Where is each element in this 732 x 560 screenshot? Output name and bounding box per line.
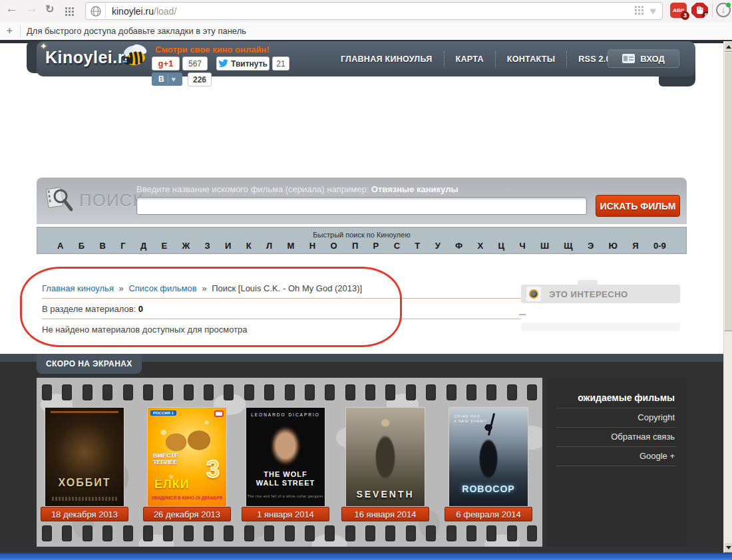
- nav-item-contacts[interactable]: КОНТАКТЫ: [495, 51, 566, 67]
- reader-grid-icon[interactable]: [635, 5, 643, 17]
- reload-button[interactable]: ↻: [45, 3, 54, 15]
- search-input[interactable]: [136, 197, 587, 215]
- scroll-down-button[interactable]: [724, 542, 732, 553]
- alphabet-letter[interactable]: А: [57, 241, 63, 251]
- footer-link-feedback[interactable]: Обратная связь: [556, 428, 676, 447]
- footer: СКОРО НА ЭКРАНАХ ХОББИТ РОССИЯ 1 ВМЕСТЕ …: [0, 354, 723, 553]
- site-tagline: Смотри свое кино онлайн!: [155, 45, 270, 55]
- poster-seventh-son[interactable]: SEVENTH: [346, 408, 425, 506]
- alphabet-letter[interactable]: У: [435, 241, 441, 251]
- alphabet-letter[interactable]: Ц: [498, 241, 505, 251]
- search-panel-label: ПОИСК: [79, 190, 144, 211]
- nav-item-home[interactable]: ГЛАВНАЯ КИНОУЛЬЯ: [329, 51, 444, 67]
- alphabet-letter[interactable]: Т: [415, 241, 420, 251]
- search-submit-button[interactable]: ИСКАТЬ ФИЛЬМ: [596, 195, 680, 217]
- site-identity-icon[interactable]: [86, 3, 106, 19]
- bookmark-heart-icon[interactable]: ♥: [650, 5, 657, 17]
- scrollbar-thumb[interactable]: [724, 52, 732, 331]
- add-bookmark-button[interactable]: +: [7, 25, 13, 36]
- alphabet-letter[interactable]: Э: [588, 241, 594, 251]
- alphabet-letter[interactable]: Н: [309, 241, 315, 251]
- alphabet-letter[interactable]: 0-9: [653, 241, 666, 251]
- apps-grid-icon[interactable]: [65, 5, 75, 20]
- poster-robocop[interactable]: CRIME HAS A NEW ENEMY ROBOCOP: [449, 408, 528, 506]
- download-icon[interactable]: ↓: [716, 3, 731, 17]
- alphabet-letter[interactable]: К: [246, 241, 252, 251]
- download-status-dot: [726, 3, 731, 7]
- alphabet-letter[interactable]: И: [225, 241, 231, 251]
- alphabet-letter[interactable]: Е: [161, 241, 167, 251]
- materials-count-line: В разделе материалов: 0: [42, 304, 143, 314]
- coming-soon-tab: СКОРО НА ЭКРАНАХ: [37, 354, 142, 374]
- sprocket-hole: [305, 384, 315, 400]
- poster-wolf-of-wall-street[interactable]: LEONARDO DICAPRIO THE WOLF WALL STREET T…: [246, 408, 325, 506]
- release-date: 6 февраля 2014: [445, 507, 532, 521]
- breadcrumb-films-link[interactable]: Список фильмов: [128, 283, 196, 293]
- adblock-extension-icon[interactable]: ABP 3: [670, 3, 687, 18]
- sprocket-hole: [486, 525, 496, 541]
- alphabet-letter[interactable]: В: [99, 241, 105, 251]
- bookmarks-bar: + Для быстрого доступа добавьте закладки…: [0, 22, 732, 40]
- forward-button[interactable]: →: [25, 1, 38, 16]
- scroll-up-button[interactable]: [724, 41, 732, 52]
- alphabet-letter[interactable]: Щ: [564, 241, 572, 251]
- poster-title: ROBOCOP: [449, 484, 528, 494]
- alphabet-letter[interactable]: М: [287, 241, 295, 251]
- alphabet-letter[interactable]: Ф: [455, 241, 462, 251]
- alphabet-letter[interactable]: С: [394, 241, 400, 251]
- footer-link-google-plus[interactable]: Google +: [556, 447, 676, 466]
- alphabet-letter[interactable]: П: [352, 241, 358, 251]
- sprocket-hole: [466, 525, 476, 541]
- login-button[interactable]: ВХОД: [608, 49, 679, 68]
- sprocket-hole: [365, 525, 375, 541]
- back-button[interactable]: ←: [5, 1, 18, 16]
- alphabet-letter[interactable]: Д: [140, 241, 146, 251]
- search-hint: Введите название искомого фильма (сериал…: [136, 184, 458, 194]
- camera-lens-icon: [526, 287, 541, 301]
- alphabet-letter[interactable]: З: [205, 241, 210, 251]
- channel-badge: РОССИЯ 1: [150, 410, 176, 416]
- alphabet-letter[interactable]: Л: [266, 241, 272, 251]
- alphabet-letter[interactable]: Ч: [519, 241, 525, 251]
- alphabet-row: АБВГДЕЖЗИКЛМНОПРСТУФХЦЧШЩЭЮЯ0-9: [37, 239, 686, 251]
- sidebar-dash: [519, 314, 526, 315]
- sprocket-hole: [285, 525, 295, 541]
- poster-hobbit[interactable]: ХОББИТ: [45, 408, 124, 506]
- alphabet-letter[interactable]: Ж: [182, 241, 190, 251]
- tweet-button[interactable]: Твитнуть: [216, 57, 270, 70]
- alphabet-letter[interactable]: О: [330, 241, 337, 251]
- sprocket-hole: [325, 525, 335, 541]
- poster-title: THE WOLF WALL STREET: [246, 470, 325, 488]
- sprocket-hole: [244, 525, 254, 541]
- sprocket-hole: [426, 384, 436, 400]
- alphabet-letter[interactable]: Р: [373, 241, 379, 251]
- poster-elki-3[interactable]: РОССИЯ 1 ВМЕСТЕ ТЕПЛЕЕ 3 ЁЛКИ УВИДИМСЯ В…: [148, 408, 226, 506]
- sprocket-hole: [507, 384, 517, 400]
- alphabet-letter[interactable]: Ш: [540, 241, 549, 251]
- alphabet-letter[interactable]: Ю: [609, 241, 618, 251]
- vk-like-button[interactable]: В♥: [152, 72, 182, 86]
- alphabet-letter[interactable]: Я: [632, 241, 638, 251]
- sprocket-hole: [163, 384, 173, 400]
- scrollbar[interactable]: [723, 41, 732, 553]
- poster-tagline: ВМЕСТЕ ТЕПЛЕЕ: [153, 452, 188, 477]
- alphabet-letter[interactable]: Б: [79, 241, 85, 251]
- interesting-widget[interactable]: ЭТО ИНТЕРЕСНО: [521, 285, 680, 303]
- release-date: 18 декабря 2013: [41, 507, 128, 521]
- footer-link-copyright[interactable]: Copyright: [556, 408, 676, 428]
- sprocket-hole: [486, 384, 496, 400]
- address-bar[interactable]: kinoylei.ru/load/ ♥: [85, 2, 663, 20]
- breadcrumb-home-link[interactable]: Главная киноулья: [42, 283, 114, 293]
- browser-toolbar: ← → ↻ kinoylei.ru/load/ ♥: [0, 0, 732, 22]
- materials-count: 0: [138, 304, 143, 314]
- vk-heart-icon: ♥: [172, 75, 176, 83]
- main-nav: ГЛАВНАЯ КИНОУЛЬЯ КАРТА КОНТАКТЫ RSS 2.0: [329, 41, 622, 76]
- content-divider: [42, 298, 521, 299]
- sprocket-hole: [143, 525, 153, 541]
- poster-title: ЁЛКИ: [154, 478, 190, 491]
- alphabet-letter[interactable]: Х: [478, 241, 484, 251]
- gplus-button[interactable]: g+1: [152, 57, 180, 70]
- blocker-extension-icon[interactable]: 5: [691, 3, 708, 18]
- nav-item-map[interactable]: КАРТА: [444, 51, 495, 67]
- alphabet-letter[interactable]: Г: [120, 241, 125, 251]
